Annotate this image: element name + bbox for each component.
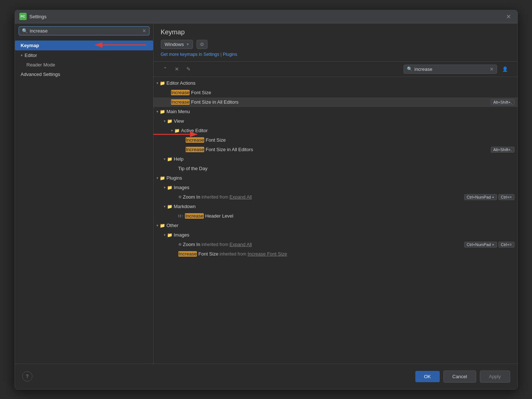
plugins-group[interactable]: ▾ 📁 Plugins <box>154 173 517 183</box>
item-label-rest: Font Size <box>204 137 226 143</box>
item-label: Increase Font Size <box>178 251 218 257</box>
group-label: Other <box>167 223 179 228</box>
increase-header-level-item[interactable]: H↑ Increase Header Level <box>154 211 517 221</box>
increase-font-size-ae-item[interactable]: Increase Font Size <box>154 135 517 145</box>
help-group[interactable]: ▾ 📁 Help <box>154 154 517 164</box>
sidebar-item-label: Keymap <box>21 43 39 48</box>
sidebar-item-editor[interactable]: ▾ Editor <box>15 50 153 60</box>
person-button[interactable]: 👤 <box>500 65 510 73</box>
sidebar-item-advanced-settings[interactable]: Advanced Settings <box>15 69 153 79</box>
sidebar-item-keymap[interactable]: Keymap <box>15 41 153 50</box>
shortcut-badge: Alt+Shift+. <box>491 99 514 105</box>
item-label: Zoom In <box>183 194 201 200</box>
editor-actions-group[interactable]: ▾ 📁 Editor Actions <box>154 78 517 88</box>
plus-circle-icon: ⊕ <box>178 242 182 247</box>
settings-dialog: PC Settings ✕ 🔍 ✕ Keymap ▾ Editor <box>15 10 518 390</box>
increase-font-size-other-item[interactable]: Increase Font Size inherited from Increa… <box>154 249 517 259</box>
folder-icon: 📁 <box>160 109 165 114</box>
dropdown-icon: ▾ <box>187 42 189 47</box>
increase-font-size-item[interactable]: Increase Font Size <box>154 88 517 97</box>
chevron-icon: ▾ <box>164 119 166 123</box>
item-label: Zoom In <box>183 242 201 247</box>
ok-button[interactable]: OK <box>415 371 440 382</box>
expand-all-button[interactable]: ⌃ <box>161 65 170 73</box>
chevron-icon: ▾ <box>156 110 158 114</box>
markdown-group[interactable]: ▾ 📁 Markdown <box>154 202 517 211</box>
keymap-search-filter[interactable]: 🔍 ✕ <box>404 65 497 74</box>
bottom-bar: ? OK Cancel Apply <box>15 364 517 389</box>
item-label-rest: Font Size <box>197 251 218 257</box>
group-label: View <box>174 118 184 124</box>
group-label: Main Menu <box>167 109 190 114</box>
item-label: Increase Font Size in All Editors <box>186 147 253 152</box>
item-label: Increase Header Level <box>185 213 233 219</box>
inherited-text: inherited from <box>200 242 229 247</box>
keymap-selector[interactable]: Windows ▾ <box>161 40 193 49</box>
keymap-tree: ▾ 📁 Editor Actions Increase Font Size In… <box>154 77 517 364</box>
shortcut-badge: Ctrl+NumPad + <box>464 194 497 200</box>
keymap-search-input[interactable] <box>415 66 488 72</box>
plugins-link[interactable]: Plugins <box>223 52 237 57</box>
shortcut-badge2: Ctrl+= <box>498 242 514 248</box>
folder-icon: 📁 <box>167 157 172 162</box>
expand-all-link[interactable]: Expand All <box>229 194 252 200</box>
highlight-text: Increase <box>186 147 205 152</box>
left-panel: 🔍 ✕ Keymap ▾ Editor Reader Mode Advanced… <box>15 23 154 364</box>
group-label: Plugins <box>167 175 182 181</box>
chevron-icon: ▾ <box>156 81 158 85</box>
main-menu-group[interactable]: ▾ 📁 Main Menu <box>154 107 517 116</box>
group-label: Images <box>174 185 190 190</box>
plus-circle-icon: ⊕ <box>178 195 182 199</box>
chevron-icon: ▾ <box>164 185 166 189</box>
other-images-group[interactable]: ▾ 📁 Images <box>154 230 517 240</box>
zoom-in-plugins-item[interactable]: ⊕ Zoom In inherited from Expand All Ctrl… <box>154 192 517 202</box>
search-icon: 🔍 <box>22 28 28 34</box>
group-label: Help <box>174 156 184 162</box>
chevron-icon: ▾ <box>156 223 158 227</box>
left-search-clear-icon[interactable]: ✕ <box>142 28 146 34</box>
apply-button: Apply <box>480 371 510 383</box>
sidebar-item-reader-mode[interactable]: Reader Mode <box>15 60 153 69</box>
edit-button[interactable]: ✎ <box>184 65 193 73</box>
increase-font-size-all-item[interactable]: Increase Font Size in All Editors Alt+Sh… <box>154 97 517 107</box>
chevron-icon: ▾ <box>21 53 23 57</box>
folder-icon: 📁 <box>160 223 165 228</box>
increase-font-size-all-ae-item[interactable]: Increase Font Size in All Editors Alt+Sh… <box>154 145 517 154</box>
right-header: Keymap Windows ▾ ⚙ Get more keymaps in S… <box>154 23 517 62</box>
inherited-text: inherited from <box>218 252 248 257</box>
title-bar: PC Settings ✕ <box>15 10 517 23</box>
chevron-icon: ▾ <box>171 128 173 133</box>
keymap-search-clear-icon[interactable]: ✕ <box>490 66 494 72</box>
sidebar-item-label: Advanced Settings <box>21 72 60 77</box>
keymap-gear-button[interactable]: ⚙ <box>197 40 207 49</box>
folder-icon: 📁 <box>174 128 180 133</box>
close-button[interactable]: ✕ <box>504 12 513 21</box>
increase-font-size-link[interactable]: Increase Font Size <box>248 251 287 257</box>
active-editor-group[interactable]: ▾ 📁 Active Editor <box>154 126 517 135</box>
get-more-keymaps-link[interactable]: Get more keymaps in Settings <box>161 52 220 57</box>
inherited-text: inherited from <box>200 195 229 200</box>
collapse-all-button[interactable]: ✕ <box>172 65 181 73</box>
cancel-button[interactable]: Cancel <box>443 371 476 383</box>
folder-icon: 📁 <box>160 176 165 181</box>
tip-of-day-item[interactable]: Tip of the Day <box>154 164 517 173</box>
help-button[interactable]: ? <box>22 371 32 381</box>
item-label: Increase Font Size <box>186 137 226 143</box>
sidebar-item-label: Editor <box>25 53 37 58</box>
zoom-in-other-item[interactable]: ⊕ Zoom In inherited from Expand All Ctrl… <box>154 240 517 249</box>
right-panel: Keymap Windows ▾ ⚙ Get more keymaps in S… <box>154 23 517 364</box>
left-search-input[interactable] <box>30 28 142 34</box>
images-group[interactable]: ▾ 📁 Images <box>154 183 517 192</box>
highlight-text: Increase <box>186 137 205 143</box>
keymap-name: Windows <box>165 42 184 47</box>
nav-section: Keymap ▾ Editor Reader Mode Advanced Set… <box>15 38 153 81</box>
chevron-icon: ▾ <box>164 233 166 237</box>
group-label: Markdown <box>174 204 196 209</box>
expand-all-link2[interactable]: Expand All <box>229 242 252 247</box>
other-group[interactable]: ▾ 📁 Other <box>154 221 517 230</box>
dialog-title: Settings <box>30 14 504 19</box>
highlight-text: Increase <box>178 251 197 257</box>
view-group[interactable]: ▾ 📁 View <box>154 116 517 126</box>
left-search-box[interactable]: 🔍 ✕ <box>19 26 149 35</box>
chevron-icon: ▾ <box>164 204 166 208</box>
